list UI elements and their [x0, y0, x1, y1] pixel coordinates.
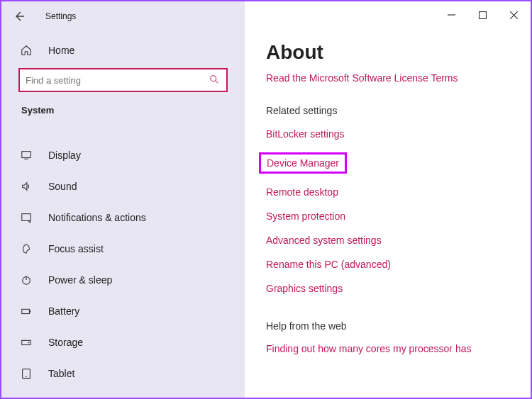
focus-assist-icon	[20, 242, 33, 255]
svg-rect-2	[22, 214, 31, 221]
search-box[interactable]	[18, 68, 228, 92]
help-link-cores[interactable]: Finding out how many cores my processor …	[245, 337, 531, 360]
nav-item-tablet[interactable]: Tablet	[1, 358, 245, 389]
link-remote-desktop[interactable]: Remote desktop	[266, 180, 509, 204]
home-label: Home	[48, 45, 74, 56]
nav-item-sound[interactable]: Sound	[1, 171, 245, 202]
related-settings-list: BitLocker settings Device Manager Remote…	[245, 122, 531, 300]
nav-item-notifications[interactable]: Notifications & actions	[1, 202, 245, 233]
nav-item-battery[interactable]: Battery	[1, 296, 245, 327]
link-system-protection[interactable]: System protection	[266, 204, 509, 228]
minimize-icon	[448, 11, 455, 19]
svg-rect-4	[22, 309, 30, 313]
nav-label: Display	[48, 150, 81, 161]
maximize-icon	[479, 11, 487, 19]
titlebar-label: Settings	[45, 11, 76, 21]
link-device-manager[interactable]: Device Manager	[266, 146, 509, 180]
content-pane: About Read the Microsoft Software Licens…	[245, 1, 531, 398]
sound-icon	[20, 180, 33, 193]
link-graphics[interactable]: Graphics settings	[266, 276, 509, 300]
nav-label: Storage	[48, 337, 83, 348]
display-icon	[20, 149, 33, 162]
svg-rect-5	[29, 310, 31, 313]
minimize-button[interactable]	[436, 4, 467, 26]
link-advanced-system[interactable]: Advanced system settings	[266, 228, 509, 252]
nav-label: Focus assist	[48, 243, 104, 254]
search-input[interactable]	[26, 75, 209, 86]
category-label: System	[1, 105, 245, 123]
link-bitlocker[interactable]: BitLocker settings	[266, 122, 509, 146]
page-title: About	[245, 31, 531, 72]
svg-rect-1	[22, 152, 31, 158]
nav-label: Power & sleep	[48, 274, 112, 286]
window-controls	[245, 1, 531, 31]
nav-item-focus-assist[interactable]: Focus assist	[1, 233, 245, 264]
related-settings-label: Related settings	[245, 105, 531, 122]
sidebar: Settings Home System Display Sound Notif…	[1, 1, 245, 398]
tablet-icon	[20, 367, 33, 380]
help-section: Help from the web Finding out how many c…	[245, 320, 531, 360]
nav-label: Battery	[48, 305, 79, 317]
nav-item-power[interactable]: Power & sleep	[1, 264, 245, 296]
back-button[interactable]	[11, 9, 27, 24]
help-label: Help from the web	[245, 320, 531, 337]
arrow-left-icon	[13, 11, 25, 22]
nav-item-storage[interactable]: Storage	[1, 327, 245, 358]
notifications-icon	[20, 211, 33, 224]
nav-list: Display Sound Notifications & actions Fo…	[1, 140, 245, 389]
maximize-button[interactable]	[467, 4, 498, 26]
svg-point-0	[211, 76, 216, 82]
nav-item-display[interactable]: Display	[1, 140, 245, 171]
close-button[interactable]	[498, 4, 529, 26]
license-terms-link[interactable]: Read the Microsoft Software License Term…	[245, 72, 531, 105]
home-nav-item[interactable]: Home	[1, 38, 245, 64]
home-icon	[20, 44, 33, 57]
nav-label: Tablet	[48, 368, 74, 379]
close-icon	[510, 11, 518, 19]
storage-icon	[20, 336, 33, 349]
nav-label: Sound	[48, 181, 77, 192]
device-manager-highlight[interactable]: Device Manager	[259, 152, 347, 174]
power-icon	[20, 274, 33, 286]
battery-icon	[20, 305, 33, 317]
svg-point-9	[26, 376, 26, 377]
link-rename-pc[interactable]: Rename this PC (advanced)	[266, 252, 509, 276]
svg-rect-10	[479, 11, 486, 18]
nav-label: Notifications & actions	[48, 212, 146, 223]
svg-point-7	[28, 342, 30, 344]
titlebar: Settings	[1, 1, 245, 31]
search-icon	[209, 74, 221, 86]
